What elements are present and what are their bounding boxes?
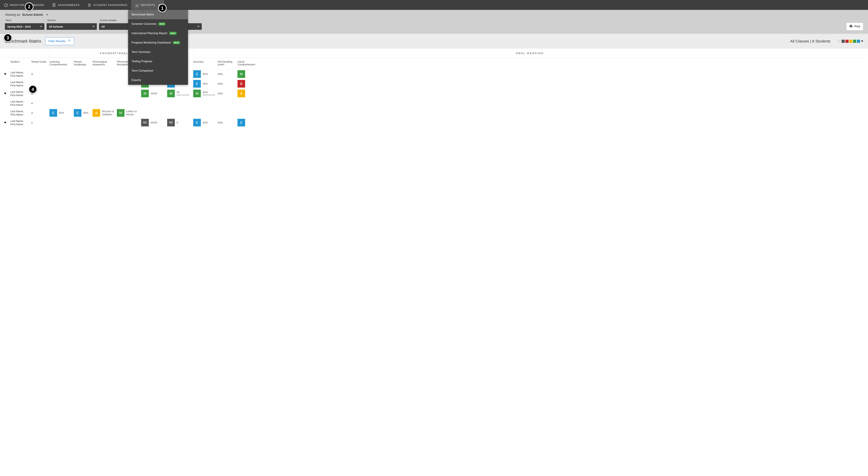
sort-asc-icon: ↑ <box>20 60 21 63</box>
nav-proctor-dashboard[interactable]: PROCTOR DASHBOARD <box>0 0 48 10</box>
col-listening-comprehension[interactable]: Listening Comprehension <box>50 60 74 66</box>
nav-label: REPORTS <box>141 3 155 6</box>
col-picture-vocabulary[interactable]: Picture Vocabulary <box>74 60 93 66</box>
print-button[interactable]: Print <box>846 23 863 30</box>
color-legend[interactable] <box>838 40 863 43</box>
filter-results-button[interactable]: Filter Results <box>45 37 74 45</box>
dropdown-label: Instructional Planning Report <box>132 32 167 35</box>
dropdown-label: Testing Progress <box>132 60 152 63</box>
gauge-icon <box>4 3 8 7</box>
score-badge: E <box>238 119 245 127</box>
col-grade[interactable]: Tested Grade <box>31 60 50 66</box>
clipboard-icon <box>52 3 56 7</box>
tested-grade: 4 <box>31 102 50 105</box>
svg-rect-2 <box>89 5 90 6</box>
viewing-value: School Admin <box>22 13 43 16</box>
chart-icon <box>135 3 139 7</box>
table-row: Last Name, First Name 1 NE40/40 NE8 E40%… <box>2 118 866 128</box>
school-select[interactable]: All Schools <box>46 23 97 30</box>
legend-swatch <box>842 40 845 43</box>
dropdown-label: Progress Monitoring Dashboard <box>132 41 171 44</box>
col-oral-reading-level[interactable]: Oral Reading Level* <box>218 60 238 66</box>
score-value: 99% <box>203 82 208 85</box>
callout-badge-3: 3 <box>3 33 12 42</box>
dropdown-item-instructional-planning[interactable]: Instructional Planning Report NEW <box>128 29 188 38</box>
score-value: 59(hand-scored) <box>177 91 189 96</box>
reports-dropdown: Benchmark Matrix Screener Outcomes NEW I… <box>128 10 188 85</box>
nav-assignments[interactable]: ASSIGNMENTS <box>48 0 84 10</box>
term-select[interactable]: Spring 2018 – 2019 <box>5 23 44 30</box>
chevron-down-icon <box>40 26 42 27</box>
dropdown-label: Term Comparison <box>132 69 153 72</box>
col-student[interactable]: Student ↑ <box>10 60 31 66</box>
score-badge: A <box>93 109 100 117</box>
dropdown-item-exports[interactable]: Exports <box>128 75 188 85</box>
score-value: Rhymes & Syllables <box>102 110 115 116</box>
dropdown-item-term-comparison[interactable]: Term Comparison <box>128 66 188 75</box>
score-badge: E <box>193 80 201 88</box>
score-badge: M <box>167 90 175 97</box>
chevron-down-icon <box>197 26 199 27</box>
student-name[interactable]: Last Name, First Name <box>10 90 31 97</box>
score-value: 40% <box>203 121 208 124</box>
dropdown-item-testing-progress[interactable]: Testing Progress <box>128 57 188 66</box>
score-badge: NE <box>141 119 149 127</box>
legend-swatch <box>838 40 841 43</box>
student-name[interactable]: Last Name, First Name <box>10 80 31 87</box>
callout-badge-1: 1 <box>158 4 167 12</box>
score-value: 59% <box>83 111 88 114</box>
dropdown-item-benchmark-matrix[interactable]: Benchmark Matrix <box>128 10 188 19</box>
student-name[interactable]: Last Name, First Name <box>10 71 31 77</box>
svg-rect-1 <box>53 3 55 7</box>
oral-reading-level: 300L <box>218 82 223 85</box>
expand-row-icon[interactable] <box>4 73 6 75</box>
chevron-down-icon <box>93 26 94 27</box>
student-name[interactable]: Last Name, First Name <box>10 100 31 107</box>
callout-badge-4: 4 <box>28 85 37 94</box>
expand-row-icon[interactable] <box>4 93 6 94</box>
select-value: All Schools <box>49 25 63 28</box>
dropdown-item-term-summary[interactable]: Term Summary <box>128 47 188 57</box>
nav-label: ASSIGNMENTS <box>58 3 80 6</box>
dropdown-label: Benchmark Matrix <box>132 13 154 16</box>
score-value: 80%(hand-scored) <box>203 91 215 96</box>
col-literal-comprehension[interactable]: Literal Comprehension <box>238 60 262 66</box>
dropdown-label: Exports <box>132 78 141 82</box>
score-badge: B <box>238 80 245 88</box>
new-badge: NEW <box>173 41 180 44</box>
score-value: 33/40 <box>151 92 157 95</box>
score-badge: A <box>238 90 245 97</box>
table-row: Last Name, First Name 3 E59% E59% ARhyme… <box>2 108 866 118</box>
select-value: Spring 2018 – 2019 <box>7 25 31 28</box>
top-nav: PROCTOR DASHBOARD ASSIGNMENTS STUDENT PA… <box>0 0 868 10</box>
score-value: 59% <box>59 111 64 114</box>
tested-grade: 3 <box>31 73 50 76</box>
print-icon <box>849 25 853 29</box>
expand-row-icon[interactable] <box>4 122 6 124</box>
student-name[interactable]: Last Name, First Name <box>10 119 31 126</box>
oral-reading-level: 300L <box>218 121 223 124</box>
col-phonological-awareness[interactable]: Phonological Awareness <box>93 60 117 66</box>
chevron-down-icon <box>46 14 48 15</box>
col-accuracy[interactable]: Accuracy <box>193 60 218 66</box>
score-badge: M <box>193 90 201 97</box>
callout-badge-2: 2 <box>25 2 33 11</box>
legend-swatch <box>849 40 852 43</box>
legend-swatch <box>853 40 856 43</box>
score-value: Letters in Words <box>126 110 140 116</box>
score-badge: E <box>50 109 57 117</box>
student-name[interactable]: Last Name, First Name <box>10 110 31 116</box>
filter-icon <box>68 39 71 43</box>
score-badge: E <box>193 70 201 78</box>
print-label: Print <box>855 25 860 28</box>
oral-reading-level: 300L <box>218 92 223 95</box>
score-badge: E <box>74 109 82 117</box>
dropdown-item-screener-outcomes[interactable]: Screener Outcomes NEW <box>128 19 188 29</box>
score-badge: M <box>238 70 245 78</box>
dropdown-item-progress-monitoring[interactable]: Progress Monitoring Dashboard NEW <box>128 38 188 47</box>
table-row: Last Name, First Name 4 M33/40 M59(hand-… <box>2 89 866 98</box>
school-label: School: <box>46 19 99 22</box>
nav-student-passwords[interactable]: STUDENT PASSWORDS <box>84 0 131 10</box>
lock-icon <box>87 3 92 7</box>
dropdown-label: Term Summary <box>132 50 150 54</box>
